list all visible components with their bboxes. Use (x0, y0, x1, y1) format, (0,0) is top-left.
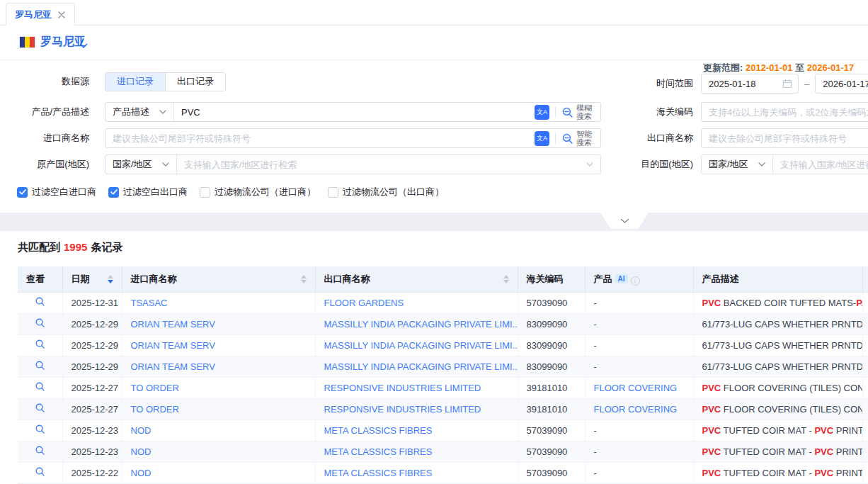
importer-input[interactable] (105, 129, 535, 147)
product-label: 产品/产品描述 (0, 106, 97, 118)
column-header-view: 查看 (18, 266, 62, 292)
origin-control: 国家/地区 (105, 154, 601, 174)
exporter-link[interactable]: META CLASSICS FIBRES (324, 425, 433, 436)
collapse-panel-button[interactable] (600, 213, 649, 229)
row-product: - (585, 356, 693, 377)
time-range-row: 时间范围 – (605, 74, 868, 94)
row-view-button[interactable] (32, 359, 47, 374)
datasource-label: 数据源 (0, 75, 97, 88)
checkbox-checked-icon[interactable] (108, 187, 119, 198)
importer-link[interactable]: ORIAN TEAM SERV (131, 340, 215, 351)
summary-suffix: 条记录 (91, 241, 122, 253)
exporter-link[interactable]: FLOOR GARDENS (324, 298, 404, 308)
date-to-input[interactable] (815, 74, 868, 94)
date-from-input[interactable] (701, 74, 799, 94)
column-header-description: 产品描述 (693, 266, 862, 292)
filter-checkbox-1[interactable]: 过滤空白出口商 (108, 186, 188, 198)
importer-link[interactable]: TO ORDER (131, 383, 179, 393)
destination-type-select-value: 国家/地区 (709, 158, 748, 171)
row-view-button[interactable] (32, 380, 47, 395)
fuzzy-search-button[interactable]: 模糊搜索 (561, 103, 600, 120)
row-view-button[interactable] (32, 316, 47, 332)
exporter-link[interactable]: MASSILLY INDIA PACKAGING PRIVATE LIMI... (324, 340, 518, 351)
exporter-control (701, 128, 868, 148)
hs-code-input[interactable] (702, 103, 868, 121)
exporter-link[interactable]: MASSILLY INDIA PACKAGING PRIVATE LIMI... (324, 319, 518, 330)
collapse-band (0, 213, 868, 231)
checkbox-label: 过滤空白出口商 (123, 186, 188, 198)
product-link[interactable]: FLOOR COVERING (594, 404, 678, 415)
checkbox-label: 过滤物流公司（出口商） (343, 186, 444, 198)
translate-icon[interactable]: 文A (535, 131, 549, 146)
chevron-down-icon (162, 162, 169, 167)
product-type-select[interactable]: 产品描述 (105, 103, 174, 121)
origin-type-select[interactable]: 国家/地区 (105, 155, 177, 174)
search-icon (35, 445, 45, 458)
product-link[interactable]: FLOOR COVERING (594, 383, 678, 393)
date-from-value[interactable] (709, 79, 782, 89)
row-view-button[interactable] (32, 337, 47, 353)
smart-search-button[interactable]: 智能搜索 (561, 130, 600, 147)
row-date: 2025-12-22 (62, 462, 122, 483)
translate-icon[interactable]: 文A (535, 105, 549, 120)
checkbox-unchecked-icon[interactable] (200, 187, 210, 198)
importer-link[interactable]: ORIAN TEAM SERV (131, 361, 215, 372)
tab-import-records[interactable]: 进口记录 (105, 73, 165, 91)
checkbox-unchecked-icon[interactable] (328, 187, 338, 198)
row-extra-cell (862, 313, 868, 334)
exporter-link[interactable]: META CLASSICS FIBRES (324, 446, 433, 457)
importer-control: 文A 智能搜索 (105, 128, 601, 148)
importer-link[interactable]: TO ORDER (131, 404, 179, 415)
sort-icons[interactable] (108, 275, 113, 283)
sort-icons[interactable] (301, 275, 307, 283)
product-input[interactable] (174, 103, 535, 121)
row-view-button[interactable] (32, 444, 47, 459)
tab-romania[interactable]: 罗马尼亚 (6, 3, 75, 26)
importer-row: 进口商名称 文A 智能搜索 (0, 128, 601, 148)
filter-checkbox-2[interactable]: 过滤物流公司（进口商） (200, 186, 316, 198)
table-header-row: 查看 日期 进口商名称 出口商名称 (18, 266, 868, 292)
exporter-input[interactable] (702, 129, 868, 147)
row-view-button[interactable] (32, 401, 47, 417)
sort-icons[interactable] (503, 275, 509, 283)
exporter-link[interactable]: RESPONSIVE INDUSTRIES LIMITED (324, 404, 481, 415)
importer-link[interactable]: NOD (131, 468, 152, 478)
hs-code-control (701, 102, 868, 122)
importer-link[interactable]: NOD (131, 446, 152, 457)
exporter-row: 出口商名称 (605, 128, 868, 148)
row-view-button[interactable] (32, 295, 47, 310)
close-icon[interactable] (57, 11, 66, 19)
column-header-exporter[interactable]: 出口商名称 (315, 266, 518, 292)
importer-link[interactable]: NOD (131, 425, 152, 436)
row-description: PVC FLOOR COVERING (TILES) CONT... (693, 377, 862, 398)
tab-title: 罗马尼亚 (15, 9, 52, 21)
filter-checkbox-3[interactable]: 过滤物流公司（出口商） (328, 186, 444, 198)
row-hs-code: 57039090 (518, 441, 585, 462)
results-summary: 共匹配到1995条记录 (18, 241, 122, 254)
row-view-button[interactable] (32, 422, 47, 438)
exporter-link[interactable]: MASSILLY INDIA PACKAGING PRIVATE LIMI... (324, 361, 518, 372)
row-view-button[interactable] (32, 465, 47, 480)
tab-export-records[interactable]: 出口记录 (165, 73, 225, 91)
chevron-down-icon[interactable] (79, 40, 88, 51)
origin-country-input[interactable] (177, 155, 586, 174)
destination-country-input[interactable] (773, 155, 868, 174)
importer-link[interactable]: ORIAN TEAM SERV (131, 319, 215, 330)
exporter-link[interactable]: META CLASSICS FIBRES (324, 468, 433, 478)
column-header-date[interactable]: 日期 (62, 266, 122, 292)
search-icon (35, 296, 45, 309)
chevron-down-icon (159, 110, 166, 114)
search-icon (35, 381, 45, 394)
table-row: 2025-12-31TSASACFLOOR GARDENS57039090-PV… (18, 292, 868, 313)
checkbox-checked-icon[interactable] (17, 187, 28, 198)
importer-link[interactable]: TSASAC (131, 298, 168, 308)
table-row: 2025-12-29ORIAN TEAM SERVMASSILLY INDIA … (18, 313, 868, 334)
results-table: 查看 日期 进口商名称 出口商名称 (18, 266, 868, 484)
destination-type-select[interactable]: 国家/地区 (702, 155, 773, 174)
date-to-value[interactable] (823, 79, 868, 89)
column-header-importer[interactable]: 进口商名称 (122, 266, 315, 292)
filter-checkbox-0[interactable]: 过滤空白进口商 (17, 186, 96, 198)
exporter-link[interactable]: RESPONSIVE INDUSTRIES LIMITED (324, 383, 481, 393)
info-icon[interactable]: i (631, 276, 640, 286)
table-row: 2025-12-29ORIAN TEAM SERVMASSILLY INDIA … (18, 334, 868, 356)
